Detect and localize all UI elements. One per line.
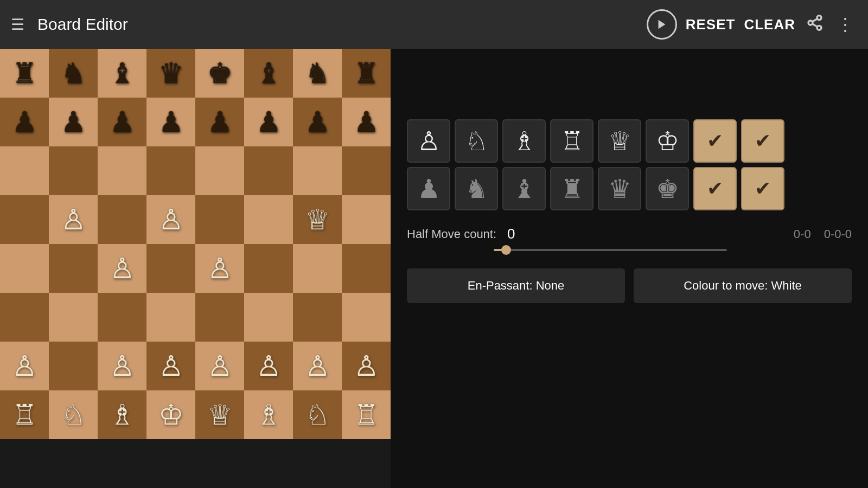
- menu-icon[interactable]: ☰: [11, 16, 24, 34]
- piece-black-queen[interactable]: ♛: [598, 167, 641, 210]
- slider-container: [407, 246, 852, 251]
- svg-point-2: [808, 21, 813, 25]
- chess-board: ♜♞♝♛♚♝♞♜♟♟♟♟♟♟♟♟♙♙♕♙♙♙♙♙♙♙♙♙♖♘♗♔♕♗♘♖: [0, 49, 391, 488]
- play-button[interactable]: [647, 9, 677, 40]
- clear-button[interactable]: CLEAR: [744, 16, 795, 33]
- board-cell[interactable]: [293, 293, 342, 342]
- board-cell[interactable]: ♘: [49, 390, 98, 439]
- piece-black-rook[interactable]: ♜: [550, 167, 593, 210]
- board-cell[interactable]: [0, 195, 49, 244]
- board-cell[interactable]: ♝: [98, 49, 146, 98]
- board-cell[interactable]: [49, 293, 98, 342]
- half-move-slider[interactable]: [494, 249, 727, 251]
- board-cell[interactable]: ♙: [98, 244, 146, 293]
- board-cell[interactable]: [98, 293, 146, 342]
- board-cell[interactable]: [146, 244, 195, 293]
- board-cell[interactable]: [146, 146, 195, 195]
- board-cell[interactable]: ♗: [98, 390, 146, 439]
- board-cell[interactable]: ♝: [244, 49, 293, 98]
- bottom-actions: En-Passant: None Colour to move: White: [407, 268, 852, 303]
- board-cell[interactable]: ♟: [0, 98, 49, 146]
- board-cell[interactable]: [0, 146, 49, 195]
- board-cell[interactable]: ♕: [293, 195, 342, 244]
- board-cell[interactable]: ♘: [293, 390, 342, 439]
- reset-button[interactable]: RESET: [686, 16, 736, 33]
- board-cell[interactable]: ♚: [195, 49, 244, 98]
- piece-black-knight[interactable]: ♞: [455, 167, 498, 210]
- castling-white-kingside[interactable]: ✔: [693, 119, 737, 163]
- board-cell[interactable]: ♟: [98, 98, 146, 146]
- board-cell[interactable]: [49, 146, 98, 195]
- board-cell[interactable]: [98, 146, 146, 195]
- board-cell[interactable]: ♙: [0, 342, 49, 390]
- piece-black-king[interactable]: ♚: [646, 167, 689, 210]
- page-title: Board Editor: [37, 15, 647, 34]
- board-cell[interactable]: ♖: [0, 390, 49, 439]
- board-cell[interactable]: ♔: [146, 390, 195, 439]
- piece-white-bishop[interactable]: ♗: [502, 119, 546, 163]
- board-cell[interactable]: [244, 293, 293, 342]
- right-panel: ♙ ♘ ♗ ♖ ♕ ♔ ✔ ✔ ♟ ♞ ♝ ♜ ♛ ♚ ✔ ✔ Half Mov…: [391, 49, 868, 488]
- board-cell[interactable]: ♟: [195, 98, 244, 146]
- board-cell[interactable]: ♙: [293, 342, 342, 390]
- board-cell[interactable]: ♟: [49, 98, 98, 146]
- board-cell[interactable]: ♟: [244, 98, 293, 146]
- castling-white-queenside[interactable]: ✔: [741, 119, 784, 163]
- board-cell[interactable]: [146, 293, 195, 342]
- board-cell[interactable]: [98, 195, 146, 244]
- board-cell[interactable]: [342, 293, 391, 342]
- board-cell[interactable]: ♖: [342, 390, 391, 439]
- board-cell[interactable]: [342, 195, 391, 244]
- board-cell[interactable]: ♛: [146, 49, 195, 98]
- board-cell[interactable]: ♙: [146, 342, 195, 390]
- board-cell[interactable]: ♟: [146, 98, 195, 146]
- piece-black-pawn[interactable]: ♟: [407, 167, 450, 210]
- board-cell[interactable]: [49, 342, 98, 390]
- en-passant-button[interactable]: En-Passant: None: [407, 268, 625, 303]
- castling-black-queenside[interactable]: ✔: [741, 167, 784, 210]
- piece-black-bishop[interactable]: ♝: [502, 167, 546, 210]
- board-cell[interactable]: ♙: [98, 342, 146, 390]
- board-cell[interactable]: ♜: [342, 49, 391, 98]
- board-cell[interactable]: [49, 244, 98, 293]
- board-cell[interactable]: [195, 146, 244, 195]
- board-cell[interactable]: [293, 146, 342, 195]
- share-icon[interactable]: [804, 12, 826, 37]
- board-cell[interactable]: [293, 244, 342, 293]
- board-cell[interactable]: [0, 293, 49, 342]
- board-cell[interactable]: ♟: [342, 98, 391, 146]
- board-cell[interactable]: ♙: [342, 342, 391, 390]
- svg-point-1: [817, 15, 821, 20]
- board-cell[interactable]: [244, 146, 293, 195]
- colour-to-move-button[interactable]: Colour to move: White: [634, 268, 852, 303]
- piece-white-queen[interactable]: ♕: [598, 119, 641, 163]
- board-cell[interactable]: [342, 146, 391, 195]
- board-cell[interactable]: [244, 195, 293, 244]
- board-cell[interactable]: ♙: [195, 342, 244, 390]
- piece-white-rook[interactable]: ♖: [550, 119, 593, 163]
- topbar: ☰ Board Editor RESET CLEAR ⋮: [0, 0, 868, 49]
- castling-black-kingside[interactable]: ✔: [693, 167, 737, 210]
- board-cell[interactable]: [0, 244, 49, 293]
- piece-white-pawn[interactable]: ♙: [407, 119, 450, 163]
- board-cell[interactable]: ♙: [49, 195, 98, 244]
- board-cell[interactable]: ♗: [244, 390, 293, 439]
- board-cell[interactable]: [195, 293, 244, 342]
- board-cell[interactable]: ♟: [293, 98, 342, 146]
- board-cell[interactable]: ♜: [0, 49, 49, 98]
- board-cell[interactable]: ♞: [49, 49, 98, 98]
- board-cell[interactable]: ♙: [195, 244, 244, 293]
- board-cell[interactable]: ♙: [244, 342, 293, 390]
- piece-white-king[interactable]: ♔: [646, 119, 689, 163]
- castling-labels: 0-0 0-0-0: [794, 227, 852, 241]
- board-cell[interactable]: [244, 244, 293, 293]
- board-cell[interactable]: ♕: [195, 390, 244, 439]
- piece-white-knight[interactable]: ♘: [455, 119, 498, 163]
- more-icon[interactable]: ⋮: [834, 12, 857, 37]
- board-cell[interactable]: ♙: [146, 195, 195, 244]
- board-cell[interactable]: [195, 195, 244, 244]
- board-cell[interactable]: ♞: [293, 49, 342, 98]
- half-move-label: Half Move count:: [407, 227, 496, 241]
- board-cell[interactable]: [342, 244, 391, 293]
- svg-line-5: [812, 18, 817, 21]
